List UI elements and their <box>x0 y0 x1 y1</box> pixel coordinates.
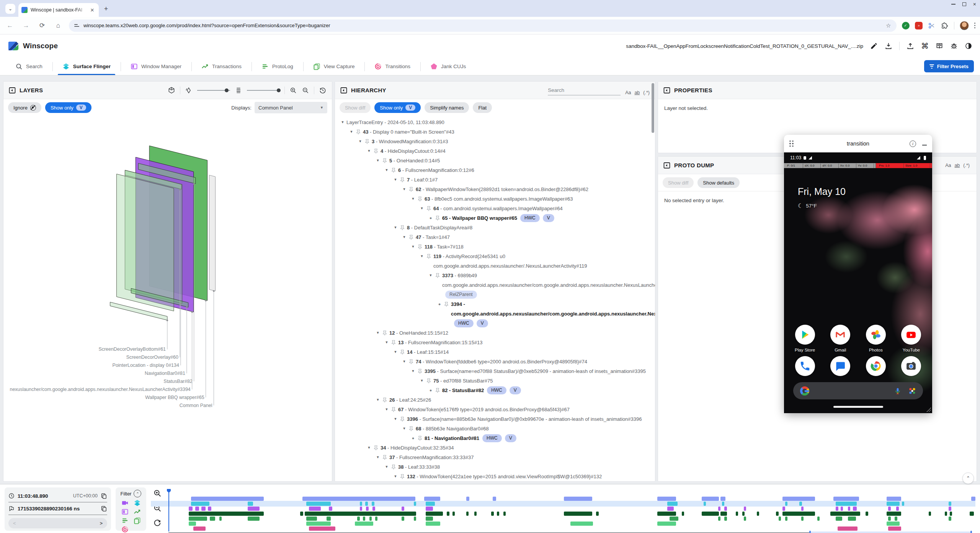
range-selection[interactable] <box>810 531 972 533</box>
collapse-panel-icon[interactable] <box>340 87 347 94</box>
expand-caret-icon[interactable]: ▼ <box>409 194 417 204</box>
trace-segment-view-capture[interactable] <box>306 522 330 526</box>
trace-segment-window-manager[interactable] <box>782 507 785 511</box>
trace-segment-transactions[interactable] <box>452 512 455 516</box>
bookmark-star-icon[interactable]: ☆ <box>886 22 891 29</box>
trace-segment-protolog[interactable] <box>801 517 804 521</box>
tab-window-manager[interactable]: Window Manager <box>121 57 191 75</box>
reset-view-icon[interactable] <box>319 87 327 94</box>
zoom-in-icon[interactable] <box>289 87 297 94</box>
trace-segment-transactions[interactable] <box>929 512 931 516</box>
trace-segment-transactions[interactable] <box>491 512 493 516</box>
trace-segment-protolog[interactable] <box>848 517 856 521</box>
trace-segment-transactions[interactable] <box>887 512 901 516</box>
show-defaults-chip[interactable]: Show defaults <box>697 177 740 188</box>
trace-segment-surface-flinger[interactable] <box>306 502 330 506</box>
trace-segment-view-capture[interactable] <box>887 522 900 526</box>
ns-time-field[interactable]: 1715339028890230166 ns <box>8 502 107 515</box>
layers-cyan-filter-icon[interactable] <box>134 499 141 507</box>
expand-caret-icon[interactable]: ▼ <box>374 395 382 405</box>
trace-segment-screen-recording[interactable] <box>564 497 592 501</box>
home-icon[interactable]: ⌂ <box>53 22 64 29</box>
extensions-puzzle-icon[interactable] <box>941 22 949 29</box>
trace-segment-transactions[interactable] <box>447 512 449 516</box>
videocam-purple-filter-icon[interactable] <box>121 499 129 507</box>
trace-segment-protolog[interactable] <box>426 517 433 521</box>
download-trace-icon[interactable] <box>885 42 892 50</box>
trace-segment-screen-recording[interactable] <box>833 497 859 501</box>
tree-node-63[interactable]: ▼63 - 8fb0ec5 com.android.systemui.wallp… <box>335 194 655 204</box>
match-case-icon[interactable]: Aa <box>625 90 631 95</box>
collapse-panel-icon[interactable] <box>663 162 670 169</box>
pin-icon[interactable] <box>390 339 397 345</box>
tree-node-43[interactable]: ▼43 - Display 0 name="Built-in Screen"#4… <box>335 127 655 137</box>
tab-view-capture[interactable]: View Capture <box>303 57 365 75</box>
tree-node-74[interactable]: ▼74 - WindowToken{fdddbe6 type=2000 andr… <box>335 357 655 366</box>
trace-segment-view-capture[interactable] <box>189 522 196 526</box>
tree-node-67[interactable]: ▼67 - WindowToken{e5176f9 type=2019 andr… <box>335 405 655 414</box>
tree-node-6[interactable]: ▼6 - FullscreenMagnification:0:12#6 <box>335 165 655 175</box>
tab-transactions[interactable]: Transactions <box>191 57 252 75</box>
trace-segment-protolog[interactable] <box>744 517 746 521</box>
tree-node-68[interactable]: ▼68 - 885b63e NavigationBar0#68 <box>335 424 655 433</box>
tree-node-root[interactable]: ▼LayerTraceEntry - 2024-05-10, 11:03:48.… <box>335 118 655 127</box>
trace-segment-transactions[interactable] <box>757 512 759 516</box>
match-case-icon[interactable]: Aa <box>945 163 951 168</box>
trace-segment-surface-flinger[interactable] <box>704 502 706 506</box>
trace-segment-protolog[interactable] <box>718 517 720 521</box>
tree-node-5[interactable]: ▼5 - OneHanded:0:14#5 <box>335 156 655 165</box>
tree-node-3373[interactable]: ▼3373 - 6989b49 com.google.android.apps.… <box>335 271 655 299</box>
trace-segment-window-manager[interactable] <box>667 507 674 511</box>
layers-3d-scene[interactable]: ScreenDecorOverlayBottom#61ScreenDecorOv… <box>3 116 332 481</box>
zoom-out-icon[interactable] <box>302 87 309 94</box>
trace-segment-transactions[interactable] <box>736 512 738 516</box>
view-3d-icon[interactable] <box>168 87 175 94</box>
copy-icon[interactable] <box>101 493 107 499</box>
info-icon[interactable]: i <box>910 141 916 147</box>
trace-segment-screen-recording[interactable] <box>657 497 676 501</box>
tree-node-119[interactable]: ▼119 - ActivityRecord{24e5341 u0 com.goo… <box>335 252 655 271</box>
trace-segment-transactions[interactable] <box>426 512 443 516</box>
tree-node-81[interactable]: ●81 - NavigationBar0#81HWCV <box>335 433 655 443</box>
pin-icon[interactable] <box>373 445 379 451</box>
expand-caret-icon[interactable]: ▼ <box>383 338 390 347</box>
tree-node-4[interactable]: ▼4 - HideDisplayCutout:0:14#4 <box>335 146 655 156</box>
trace-segment-transitions[interactable] <box>309 526 336 531</box>
tree-node-75[interactable]: ▼75 - ed70f88 StatusBar#75 <box>335 376 655 386</box>
trace-segment-transactions[interactable] <box>596 512 598 516</box>
trace-segment-protolog[interactable] <box>836 517 842 521</box>
simplify-names-chip[interactable]: Simplify names <box>425 102 469 113</box>
trace-segment-surface-flinger[interactable] <box>902 502 904 506</box>
trace-segment-surface-flinger[interactable] <box>785 502 787 506</box>
ignore-chip[interactable]: Ignore <box>8 102 41 113</box>
pin-icon[interactable] <box>434 215 441 221</box>
expand-caret-icon[interactable]: ▼ <box>365 443 373 453</box>
tab-jank-cujs[interactable]: Jank CUJs <box>420 57 476 75</box>
common-panel[interactable] <box>209 175 216 291</box>
tree-node-26[interactable]: ▼26 - Leaf:24:25#26 <box>335 395 655 405</box>
timeline-reset-zoom-icon[interactable] <box>153 518 162 527</box>
expand-caret-icon[interactable]: ▼ <box>392 223 399 232</box>
expand-caret-icon[interactable]: ▼ <box>409 242 417 252</box>
show-diff-chip[interactable]: Show diff <box>340 102 371 113</box>
google-lens-icon[interactable] <box>908 387 916 395</box>
trace-segment-screen-recording[interactable] <box>887 497 901 501</box>
trace-segment-surface-flinger[interactable] <box>365 502 368 506</box>
tab-transitions[interactable]: Transitions <box>364 57 420 75</box>
match-word-icon[interactable]: ab <box>634 90 640 95</box>
trace-segment-transitions[interactable] <box>193 526 206 531</box>
tree-node-8[interactable]: ▼8 - DefaultTaskDisplayArea#8 <box>335 223 655 232</box>
transition-pink-filter-icon[interactable] <box>121 526 129 533</box>
tree-node-62[interactable]: ▼62 - WallpaperWindowToken{28892d1 token… <box>335 185 655 194</box>
pin-icon[interactable] <box>399 416 405 422</box>
tree-node-3394[interactable]: ●3394 - com.google.android.apps.nexuslau… <box>335 299 655 328</box>
previous-entry-button[interactable]: < <box>13 520 16 526</box>
dock-chrome[interactable] <box>861 356 890 376</box>
trace-segment-protolog[interactable] <box>949 517 951 521</box>
trace-segment-view-capture[interactable] <box>355 522 373 526</box>
trace-segment-window-manager[interactable] <box>329 507 332 511</box>
tree-node-7[interactable]: ▼7 - Leaf:0:1#7 <box>335 175 655 185</box>
tree-node-12[interactable]: ▼12 - OneHanded:15:15#12 <box>335 328 655 338</box>
trace-segment-protolog[interactable] <box>670 517 678 521</box>
expand-caret-icon[interactable]: ▼ <box>427 271 434 280</box>
